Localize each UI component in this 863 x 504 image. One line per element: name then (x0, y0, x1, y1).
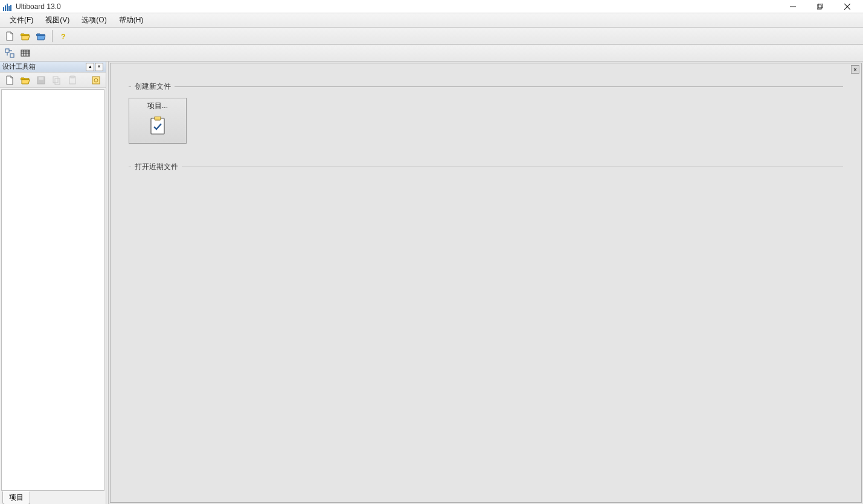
maximize-button[interactable] (806, 0, 833, 13)
create-new-file-label: 创建新文件 (131, 81, 175, 92)
sidebar-new-button[interactable] (2, 74, 17, 87)
sidebar-copy-button (50, 74, 64, 87)
svg-rect-22 (39, 77, 43, 80)
toolbar-main: ? (0, 28, 863, 45)
window-controls (779, 0, 861, 13)
svg-rect-21 (37, 77, 45, 84)
svg-rect-3 (8, 6, 10, 11)
open-recent-file-label: 打开近期文件 (131, 162, 182, 172)
sidebar-collapse-button[interactable]: ▴ (86, 63, 94, 71)
sidebar-close-button[interactable]: × (95, 63, 103, 71)
view-grid-button[interactable] (18, 46, 33, 60)
svg-rect-7 (818, 4, 823, 8)
sidebar-save-button (34, 74, 48, 87)
workspace: × 创建新文件 项目... 打开近期文件 (109, 62, 863, 504)
startpage-close-button[interactable]: × (851, 65, 859, 74)
svg-rect-29 (151, 118, 164, 134)
menu-help[interactable]: 帮助(H) (113, 14, 150, 27)
menu-view[interactable]: 视图(V) (39, 14, 75, 27)
view-ruler-button[interactable] (2, 46, 17, 60)
toolbar-separator (52, 30, 53, 42)
sidebar-tabs: 项目 (0, 492, 106, 504)
open-recent-file-section: 打开近期文件 (129, 162, 843, 189)
sidebar-settings-button[interactable] (89, 74, 103, 87)
sidebar-tree[interactable] (1, 89, 104, 491)
svg-rect-6 (817, 5, 821, 9)
svg-rect-0 (3, 7, 4, 11)
sidebar-paste-button (65, 74, 80, 87)
clipboard-check-icon (147, 115, 168, 136)
start-page: × 创建新文件 项目... 打开近期文件 (110, 63, 862, 503)
open-project-button[interactable] (34, 30, 48, 43)
svg-rect-25 (69, 77, 75, 84)
new-file-button[interactable] (2, 30, 17, 43)
menu-options[interactable]: 选项(O) (75, 14, 112, 27)
sidebar-toolbar (0, 72, 106, 88)
open-file-button[interactable] (18, 30, 33, 43)
new-project-card[interactable]: 项目... (129, 98, 187, 144)
svg-rect-12 (10, 54, 14, 57)
toolbar-secondary (0, 45, 863, 62)
svg-rect-26 (71, 76, 74, 78)
app-icon (2, 2, 12, 11)
svg-rect-4 (10, 5, 11, 11)
svg-rect-24 (55, 78, 60, 85)
titlebar: Ultiboard 13.0 (0, 0, 863, 13)
svg-rect-27 (92, 77, 100, 84)
menu-file[interactable]: 文件(F) (4, 14, 39, 27)
svg-rect-11 (5, 49, 9, 53)
svg-rect-23 (53, 77, 58, 83)
minimize-button[interactable] (779, 0, 806, 13)
sidebar-tab-project[interactable]: 项目 (2, 491, 30, 504)
menubar: 文件(F) 视图(V) 选项(O) 帮助(H) (0, 13, 863, 28)
content-area: 设计工具箱 ▴ × (0, 62, 863, 504)
svg-rect-1 (5, 5, 6, 11)
svg-rect-30 (155, 116, 161, 120)
help-button[interactable]: ? (56, 30, 71, 43)
sidebar-panel: 设计工具箱 ▴ × (0, 62, 106, 504)
app-title: Ultiboard 13.0 (16, 2, 61, 11)
new-project-label: 项目... (147, 101, 168, 111)
sidebar-open-button[interactable] (18, 74, 33, 87)
create-new-file-section: 创建新文件 项目... (129, 81, 843, 155)
svg-text:?: ? (61, 33, 65, 41)
sidebar-title: 设计工具箱 (2, 62, 85, 71)
svg-rect-2 (7, 4, 8, 11)
sidebar-header: 设计工具箱 ▴ × (0, 62, 106, 72)
close-button[interactable] (833, 0, 861, 13)
